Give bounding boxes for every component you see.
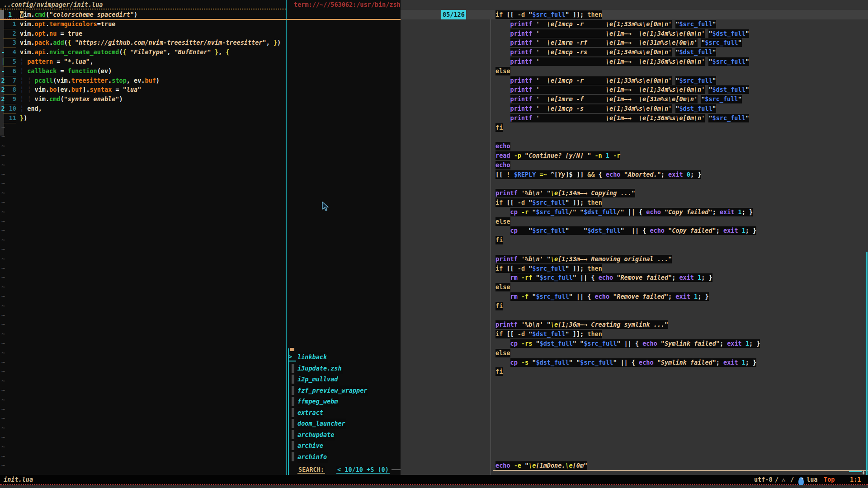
script-line[interactable]: printf '%b\n' "\e[1;34m—→ Copying ..." [401,188,868,198]
script-line[interactable]: fi [401,123,868,132]
script-line[interactable]: printf '%b\n' "\e[1;33m—→ Removing origi… [401,254,868,264]
script-line[interactable] [401,423,868,433]
script-line[interactable]: printf ' \e[1mrm -f \e[1m—→ \e[31m%s\e[0… [401,94,868,104]
tilde-marker: ~ [1,339,5,348]
script-line[interactable]: if [[ -d "$src_full" ]]; then [401,264,868,273]
os-icon: △ [782,475,785,484]
script-line[interactable]: printf ' \e[1mcp -s \e[1;34m%s\e[0m\n' "… [401,104,868,113]
fzf-gutter-bar [292,452,294,461]
tilde-marker: ~ [1,282,5,292]
script-line[interactable]: fi [401,301,868,311]
script-line[interactable] [401,405,868,414]
script-line[interactable]: echo [401,160,868,170]
script-line[interactable]: cp -rs "$dst_full" "$src_full" || { echo… [401,339,868,348]
tilde-marker: ~ [1,367,5,376]
script-line[interactable]: cp -s "$dst_full" "$src_full" || { echo … [401,358,868,367]
fzf-prompt-row[interactable]: SEARCH: [297,465,325,474]
script-line[interactable] [401,442,868,452]
script-line[interactable]: read -p "Continue? [y/N] " -n 1 -r [401,151,868,160]
tilde-marker: ~ [1,123,5,132]
fzf-gutter-bar [292,397,294,406]
script-line[interactable]: cp "$src_full" "$dst_full" || { echo "Co… [401,226,868,235]
statusline-encoding: utf-8 [754,475,773,484]
fzf-item[interactable]: > linkback [288,352,296,361]
script-line[interactable]: cp -r "$src_full/" "$dst_full/" || { ech… [401,207,868,217]
script-line[interactable]: rm -f "$src_full" || { echo "Remove fail… [401,292,868,301]
script-line[interactable]: fi [401,367,868,376]
script-line[interactable] [401,452,868,461]
fzf-item-label: archive [297,441,324,451]
script-line[interactable] [401,433,868,442]
tilde-marker: ~ [1,423,5,433]
script-line[interactable]: else [401,282,868,292]
line-number: 6 [3,66,16,76]
fzf-item-label: fzf_preview_wrapper [297,385,368,396]
tilde-marker: ~ [1,311,5,320]
script-line[interactable]: printf ' \e[1m—→ \e[1;34m%s\e[0m\n' "$ds… [401,29,868,38]
fzf-gutter-bar [292,375,294,384]
fzf-gutter-bar [292,441,294,450]
tilde-marker: ~ [1,151,5,160]
tilde-marker: ~ [1,292,5,301]
script-preview-pane[interactable]: if [[ -d "$src_full" ]]; then printf ' \… [401,0,868,475]
window-separator[interactable] [286,0,287,475]
script-line[interactable]: fi [401,235,868,245]
script-line[interactable]: else [401,348,868,358]
script-line[interactable] [401,376,868,386]
editor-pane-init-lua[interactable]: ..config/nvimpager/init.lua 1vim.cmd("co… [0,0,286,475]
script-line[interactable] [401,132,868,141]
script-line[interactable]: echo -e "\e[1mDone.\e[0m" [401,461,868,470]
line-number: 9 [3,94,16,104]
tilde-marker: ~ [1,254,5,264]
tilde-marker: ~ [1,461,5,470]
script-line[interactable] [401,414,868,423]
last-line-underline [493,470,868,471]
cmdline-area[interactable] [0,485,868,488]
script-line[interactable]: echo [401,141,868,151]
script-line[interactable]: printf ' \e[1m—→ \e[1;36m%s\e[0m\n' "$sr… [401,113,868,123]
tilde-marker: ~ [1,217,5,226]
script-line[interactable]: printf ' \e[1mcp -r \e[1;33m%s\e[0m\n' "… [401,76,868,85]
line-number: 7 [3,76,16,86]
script-line[interactable]: printf '%b\n' "\e[1;36m—→ Creating symli… [401,320,868,329]
tilde-marker: ~ [1,141,5,151]
script-line[interactable]: printf ' \e[1m—→ \e[1;36m%s\e[0m\n' "$sr… [401,57,868,66]
line-number: 2 [3,29,16,39]
tilde-marker: ~ [1,452,5,461]
winbar-underline [0,9,286,9]
script-line[interactable] [401,245,868,254]
fzf-item-label: i2p_mullvad [297,374,339,385]
script-line[interactable]: printf ' \e[1mrm -rf \e[1m—→ \e[31m%s\e[… [401,38,868,47]
tilde-marker: ~ [1,226,5,235]
tilde-marker: ~ [1,376,5,386]
script-line[interactable]: printf ' \e[1mcp -r \e[1;33m%s\e[0m\n' "… [401,19,868,29]
script-line[interactable]: else [401,217,868,226]
fzf-scrollbar-thumb[interactable] [290,348,294,351]
line-number: 10 [3,104,16,114]
script-line[interactable] [401,311,868,320]
statusline-filetype: lua [807,475,817,484]
tilde-marker: ~ [1,433,5,442]
script-line[interactable]: printf ' \e[1mcp -rs \e[1;34m%s\e[0m\n' … [401,47,868,57]
fzf-match-counter: < 10/10 +S (0) [336,466,390,474]
tilde-marker: ~ [1,358,5,367]
nvim-screen: ..config/nvimpager/init.lua 1vim.cmd("co… [0,0,868,488]
fzf-info-row: < 10/10 +S (0) [336,465,390,474]
script-line[interactable]: else [401,66,868,76]
script-line[interactable]: if [[ -d "$src_full" ]]; then [401,10,868,19]
tilde-marker: ~ [1,245,5,254]
tilde-marker: ~ [1,329,5,339]
fzf-pointer: > [288,353,296,360]
script-line[interactable]: if [[ -d "$dst_full" ]]; then [401,329,868,339]
preview-scrollbar-thumb[interactable] [866,252,868,475]
script-line[interactable]: if [[ -d "$src_full" ]]; then [401,198,868,207]
script-line[interactable]: [[ ! $REPLY =~ ^[Yy]$ ]] && { echo "Abor… [401,170,868,179]
script-line[interactable] [401,179,868,188]
script-line[interactable] [401,386,868,395]
script-line[interactable] [401,395,868,405]
tilde-marker: ~ [1,132,5,141]
script-line[interactable]: printf ' \e[1m—→ \e[1;34m%s\e[0m\n' "$ds… [401,85,868,94]
statusline-separator: / [775,475,778,484]
tilde-marker: ~ [1,198,5,207]
script-line[interactable]: rm -rf "$src_full" || { echo "Remove fai… [401,273,868,282]
